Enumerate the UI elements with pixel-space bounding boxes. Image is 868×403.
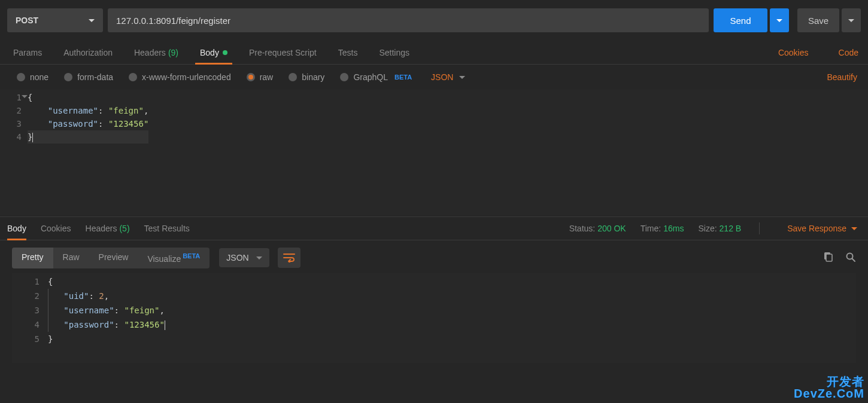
http-method-value: POST bbox=[16, 16, 38, 25]
tab-params[interactable]: Params bbox=[13, 41, 42, 64]
body-type-urlencoded[interactable]: x-www-form-urlencoded bbox=[129, 72, 231, 82]
modified-indicator-icon bbox=[223, 50, 227, 55]
response-code[interactable]: { "uid": 2, "username": "feign", "passwo… bbox=[48, 273, 165, 363]
tab-headers-count: (9) bbox=[168, 48, 178, 57]
response-time: Time:16ms bbox=[641, 224, 684, 233]
tab-headers[interactable]: Headers (9) bbox=[134, 41, 178, 64]
tab-tests[interactable]: Tests bbox=[338, 41, 358, 64]
body-type-form-data[interactable]: form-data bbox=[64, 72, 113, 82]
radio-icon bbox=[289, 73, 297, 81]
chevron-down-icon bbox=[459, 76, 465, 79]
save-response-button[interactable]: Save Response bbox=[787, 224, 857, 233]
svg-rect-1 bbox=[826, 254, 832, 261]
radio-icon bbox=[64, 73, 72, 81]
view-preview[interactable]: Preview bbox=[89, 248, 138, 268]
editor-gutter: 1 2 3 4 bbox=[0, 90, 28, 215]
cookies-link[interactable]: Cookies bbox=[778, 48, 809, 57]
body-type-binary[interactable]: binary bbox=[289, 72, 324, 82]
request-body-editor[interactable]: 1 2 3 4 { "username": "feign", "password… bbox=[0, 90, 868, 215]
beautify-button[interactable]: Beautify bbox=[827, 72, 857, 82]
tab-headers-label: Headers bbox=[134, 48, 166, 57]
chevron-down-icon bbox=[851, 227, 857, 230]
save-dropdown[interactable] bbox=[842, 8, 861, 32]
editor-code[interactable]: { "username": "feign", "password": "1234… bbox=[28, 90, 148, 215]
radio-icon bbox=[340, 73, 348, 81]
beta-badge: BETA bbox=[183, 252, 200, 259]
tab-body-label: Body bbox=[200, 48, 219, 57]
chevron-down-icon bbox=[256, 257, 262, 259]
response-tab-body[interactable]: Body bbox=[7, 217, 26, 240]
tab-body[interactable]: Body bbox=[200, 41, 227, 64]
beta-badge: BETA bbox=[394, 74, 412, 81]
chevron-down-icon bbox=[776, 19, 782, 22]
view-visualize[interactable]: VisualizeBETA bbox=[138, 248, 210, 268]
radio-icon bbox=[129, 73, 137, 81]
chevron-down-icon bbox=[89, 19, 95, 22]
tab-settings[interactable]: Settings bbox=[379, 41, 409, 64]
wrap-lines-button[interactable] bbox=[278, 248, 301, 268]
response-format-select[interactable]: JSON bbox=[219, 248, 269, 267]
copy-icon bbox=[823, 252, 833, 262]
svg-line-3 bbox=[852, 258, 855, 261]
send-dropdown[interactable] bbox=[770, 8, 789, 32]
view-pretty[interactable]: Pretty bbox=[12, 248, 53, 268]
tab-authorization[interactable]: Authorization bbox=[63, 41, 113, 64]
radio-icon bbox=[247, 73, 255, 81]
response-size: Size:212 B bbox=[698, 224, 741, 233]
wrap-icon bbox=[283, 253, 295, 262]
response-tab-cookies[interactable]: Cookies bbox=[41, 217, 71, 240]
body-type-raw[interactable]: raw bbox=[247, 72, 274, 82]
code-link[interactable]: Code bbox=[839, 48, 858, 57]
watermark: 开发者 DevZe.CoM bbox=[794, 375, 864, 399]
send-button[interactable]: Send bbox=[714, 8, 767, 32]
save-button[interactable]: Save bbox=[797, 8, 839, 32]
separator bbox=[759, 222, 760, 234]
http-method-select[interactable]: POST bbox=[7, 8, 103, 32]
search-response-button[interactable] bbox=[845, 252, 856, 264]
response-tab-headers[interactable]: Headers (5) bbox=[86, 217, 130, 240]
body-type-graphql[interactable]: GraphQLBETA bbox=[340, 72, 412, 82]
search-icon bbox=[845, 252, 856, 262]
response-tab-test-results[interactable]: Test Results bbox=[144, 217, 190, 240]
radio-icon bbox=[17, 73, 25, 81]
chevron-down-icon bbox=[848, 19, 854, 22]
view-raw[interactable]: Raw bbox=[53, 248, 89, 268]
tab-prerequest[interactable]: Pre-request Script bbox=[249, 41, 317, 64]
fold-icon bbox=[22, 95, 28, 98]
body-type-none[interactable]: none bbox=[17, 72, 48, 82]
response-body-editor[interactable]: 1 2 3 4 5 { "uid": 2, "username": "feign… bbox=[12, 273, 856, 363]
response-view-segment: Pretty Raw Preview VisualizeBETA bbox=[12, 248, 210, 268]
response-status: Status:200 OK bbox=[569, 224, 626, 233]
raw-format-select[interactable]: JSON bbox=[431, 72, 465, 82]
copy-response-button[interactable] bbox=[823, 252, 833, 264]
url-input[interactable] bbox=[108, 8, 709, 32]
response-gutter: 1 2 3 4 5 bbox=[12, 273, 48, 363]
